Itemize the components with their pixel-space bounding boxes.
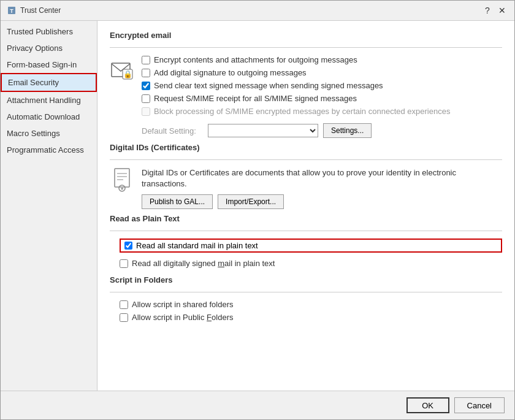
sidebar-item-attachment-handling[interactable]: Attachment Handling <box>1 92 97 109</box>
allow-script-shared-row[interactable]: Allow script in shared folders <box>120 300 502 309</box>
digital-ids-section: Digital IDs (Certificates) ★ <box>110 143 502 209</box>
svg-text:🔒: 🔒 <box>123 69 132 78</box>
svg-rect-5 <box>115 169 129 187</box>
divider-1 <box>110 47 502 48</box>
dialog-footer: OK Cancel <box>1 391 514 419</box>
read-standard-mail-highlighted-row: Read all standard mail in plain text <box>120 239 502 253</box>
encrypted-email-title: Encrypted email <box>110 31 502 40</box>
plain-text-checkboxes: Read all standard mail in plain text Rea… <box>120 239 502 268</box>
divider-3 <box>110 231 502 231</box>
send-clear-text-row[interactable]: Send clear text signed message when send… <box>142 81 450 90</box>
main-content: Encrypted email 🔒 Enc <box>97 21 514 391</box>
digital-ids-content: Digital IDs or Certificates are document… <box>142 167 502 209</box>
ok-button[interactable]: OK <box>406 397 449 413</box>
read-plain-text-section: Read as Plain Text Read all standard mai… <box>110 214 502 268</box>
sidebar-item-automatic-download[interactable]: Automatic Download <box>1 109 97 125</box>
sidebar-item-form-based-sign-in[interactable]: Form-based Sign-in <box>1 56 97 73</box>
divider-2 <box>110 159 502 160</box>
sidebar-item-email-security[interactable]: Email Security <box>1 73 97 92</box>
digital-ids-buttons: Publish to GAL... Import/Export... <box>142 194 502 209</box>
encrypt-contents-row[interactable]: Encrypt contents and attachments for out… <box>142 55 450 64</box>
block-processing-row: Block processing of S/MIME encrypted mes… <box>142 107 450 116</box>
sidebar: Trusted PublishersPrivacy OptionsForm-ba… <box>1 21 97 391</box>
digital-ids-title: Digital IDs (Certificates) <box>110 143 502 152</box>
svg-text:★: ★ <box>120 186 124 191</box>
divider-4 <box>110 292 502 292</box>
encrypt-contents-label: Encrypt contents and attachments for out… <box>154 55 357 64</box>
dialog-icon: T <box>7 6 17 15</box>
title-bar-controls: ? ✕ <box>481 4 508 17</box>
request-smime-label: Request S/MIME receipt for all S/MIME si… <box>154 94 357 103</box>
read-standard-mail-label: Read all standard mail in plain text <box>136 241 258 250</box>
trust-center-dialog: T Trust Center ? ✕ Trusted PublishersPri… <box>0 0 515 420</box>
publish-to-gal-button[interactable]: Publish to GAL... <box>142 194 213 209</box>
add-digital-signature-row[interactable]: Add digital signature to outgoing messag… <box>142 68 450 77</box>
block-processing-label: Block processing of S/MIME encrypted mes… <box>154 107 450 116</box>
default-setting-select[interactable] <box>208 124 318 137</box>
allow-script-shared-checkbox[interactable] <box>120 300 128 309</box>
allow-script-shared-label: Allow script in shared folders <box>132 300 233 309</box>
read-signed-mail-label: Read all digitally signed mail in plain … <box>132 259 275 268</box>
digital-ids-body: ★ Digital IDs or Certificates are docume… <box>110 167 502 209</box>
email-icon: 🔒 <box>110 58 134 82</box>
help-button[interactable]: ? <box>481 4 494 17</box>
block-processing-checkbox <box>142 107 150 116</box>
title-bar-left: T Trust Center <box>7 6 61 15</box>
read-standard-mail-checkbox[interactable] <box>124 242 132 250</box>
settings-button[interactable]: Settings... <box>323 123 372 138</box>
script-checkboxes: Allow script in shared folders Allow scr… <box>120 300 502 322</box>
script-in-folders-section: Script in Folders Allow script in shared… <box>110 275 502 322</box>
add-digital-signature-checkbox[interactable] <box>142 69 150 77</box>
default-setting-row: Default Setting: Settings... <box>142 123 450 138</box>
encrypt-contents-checkbox[interactable] <box>142 56 150 64</box>
default-setting-label: Default Setting: <box>142 126 203 136</box>
add-digital-signature-label: Add digital signature to outgoing messag… <box>154 68 307 77</box>
title-bar: T Trust Center ? ✕ <box>1 1 514 21</box>
dialog-body: Trusted PublishersPrivacy OptionsForm-ba… <box>1 21 514 391</box>
allow-script-public-checkbox[interactable] <box>120 313 128 322</box>
encrypted-email-section: Encrypted email 🔒 Enc <box>110 31 502 138</box>
request-smime-row[interactable]: Request S/MIME receipt for all S/MIME si… <box>142 94 450 103</box>
encrypted-email-checkboxes: Encrypt contents and attachments for out… <box>142 55 450 138</box>
allow-script-public-row[interactable]: Allow script in Public Folders <box>120 313 502 322</box>
read-signed-mail-checkbox[interactable] <box>120 259 128 268</box>
sidebar-item-programmatic-access[interactable]: Programmatic Access <box>1 142 97 158</box>
encrypted-email-body: 🔒 Encrypt contents and attachments for o… <box>110 55 502 138</box>
digital-ids-desc: Digital IDs or Certificates are document… <box>142 167 502 189</box>
read-plain-text-title: Read as Plain Text <box>110 214 502 223</box>
sidebar-item-trusted-publishers[interactable]: Trusted Publishers <box>1 23 97 40</box>
read-signed-mail-row[interactable]: Read all digitally signed mail in plain … <box>120 259 502 268</box>
import-export-button[interactable]: Import/Export... <box>218 194 284 209</box>
cert-icon: ★ <box>110 167 134 192</box>
allow-script-public-label: Allow script in Public Folders <box>132 313 233 322</box>
close-button[interactable]: ✕ <box>496 4 508 17</box>
send-clear-text-checkbox[interactable] <box>142 82 150 90</box>
svg-text:T: T <box>10 8 13 14</box>
dialog-title: Trust Center <box>20 6 61 15</box>
cancel-button[interactable]: Cancel <box>454 397 505 413</box>
request-smime-checkbox[interactable] <box>142 94 150 103</box>
sidebar-item-privacy-options[interactable]: Privacy Options <box>1 40 97 56</box>
script-in-folders-title: Script in Folders <box>110 275 502 284</box>
sidebar-item-macro-settings[interactable]: Macro Settings <box>1 125 97 142</box>
send-clear-text-label: Send clear text signed message when send… <box>154 81 383 90</box>
